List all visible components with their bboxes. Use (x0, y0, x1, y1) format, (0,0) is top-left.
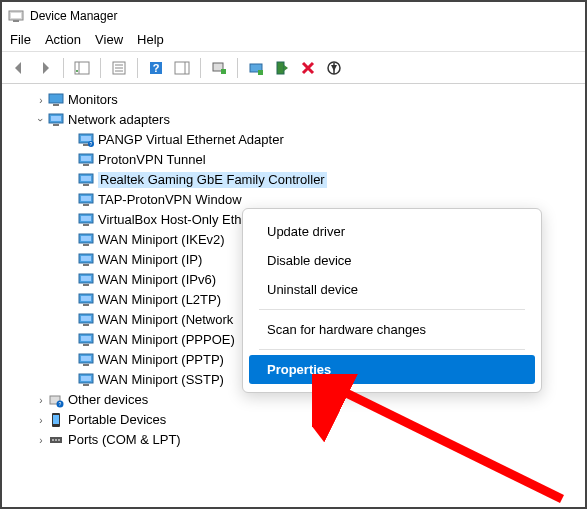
svg-rect-44 (81, 236, 91, 241)
disable-button[interactable] (323, 57, 345, 79)
svg-point-75 (58, 439, 60, 441)
menubar: File Action View Help (2, 30, 585, 52)
svg-text:?: ? (153, 62, 160, 74)
context-menu: Update driver Disable device Uninstall d… (242, 208, 542, 393)
tree-label: WAN Miniport (PPTP) (98, 352, 224, 369)
tree-item-pangp[interactable]: ? PANGP Virtual Ethernet Adapter (6, 130, 581, 150)
tree-node-portable-devices[interactable]: › Portable Devices (6, 410, 581, 430)
svg-rect-59 (81, 336, 91, 341)
scan-hardware-button[interactable] (208, 57, 230, 79)
monitor-icon (48, 92, 64, 108)
tree-label: Ports (COM & LPT) (68, 432, 181, 449)
svg-rect-3 (75, 62, 89, 74)
properties-button[interactable] (108, 57, 130, 79)
menu-action[interactable]: Action (45, 32, 81, 47)
svg-point-73 (52, 439, 54, 441)
tree-node-ports[interactable]: › Ports (COM & LPT) (6, 430, 581, 450)
svg-rect-33 (83, 164, 89, 166)
menu-view[interactable]: View (95, 32, 123, 47)
adapter-icon (78, 352, 94, 368)
app-icon (8, 8, 24, 24)
ctx-disable-device[interactable]: Disable device (249, 246, 535, 275)
ctx-scan-hardware[interactable]: Scan for hardware changes (249, 315, 535, 344)
svg-rect-24 (51, 116, 61, 121)
svg-rect-39 (83, 204, 89, 206)
adapter-icon (78, 272, 94, 288)
adapter-icon (78, 292, 94, 308)
svg-marker-20 (331, 65, 337, 71)
tree-label: WAN Miniport (PPPOE) (98, 332, 235, 349)
svg-rect-25 (53, 124, 59, 126)
tree-label: Network adapters (68, 112, 170, 129)
tree-label: Monitors (68, 92, 118, 109)
adapter-icon (78, 192, 94, 208)
svg-text:?: ? (90, 141, 93, 147)
tree-label: VirtualBox Host-Only Eth (98, 212, 242, 229)
show-hide-tree-button[interactable] (71, 57, 93, 79)
tree-item-realtek[interactable]: Realtek Gaming GbE Family Controller (6, 170, 581, 190)
svg-rect-36 (83, 184, 89, 186)
network-icon (48, 112, 64, 128)
menu-help[interactable]: Help (137, 32, 164, 47)
svg-rect-2 (13, 20, 19, 22)
ctx-update-driver[interactable]: Update driver (249, 217, 535, 246)
titlebar: Device Manager (2, 2, 585, 30)
ctx-properties[interactable]: Properties (249, 355, 535, 384)
svg-rect-65 (81, 376, 91, 381)
svg-rect-63 (83, 364, 89, 366)
ports-icon (48, 432, 64, 448)
svg-text:?: ? (59, 401, 62, 407)
ctx-uninstall-device[interactable]: Uninstall device (249, 275, 535, 304)
enable-device-button[interactable] (271, 57, 293, 79)
tree-label: TAP-ProtonVPN Window (98, 192, 242, 209)
svg-rect-1 (11, 13, 21, 18)
update-driver-button[interactable] (245, 57, 267, 79)
toolbar-separator (63, 58, 64, 78)
chevron-right-icon[interactable]: › (34, 433, 48, 447)
svg-rect-48 (83, 264, 89, 266)
svg-rect-22 (53, 104, 59, 106)
adapter-icon (78, 232, 94, 248)
svg-rect-56 (81, 316, 91, 321)
svg-rect-18 (277, 62, 284, 74)
tree-item-tap[interactable]: TAP-ProtonVPN Window (6, 190, 581, 210)
adapter-icon (78, 312, 94, 328)
uninstall-button[interactable] (297, 57, 319, 79)
adapter-icon (78, 172, 94, 188)
adapter-icon (78, 212, 94, 228)
tree-node-other-devices[interactable]: › ? Other devices (6, 390, 581, 410)
svg-rect-17 (258, 70, 263, 75)
svg-rect-41 (81, 216, 91, 221)
tree-label: WAN Miniport (Network (98, 312, 233, 329)
tree-label: WAN Miniport (L2TP) (98, 292, 221, 309)
svg-rect-66 (83, 384, 89, 386)
help-button[interactable]: ? (145, 57, 167, 79)
tree-node-network-adapters[interactable]: › Network adapters (6, 110, 581, 130)
toolbar: ? (2, 52, 585, 84)
adapter-icon (78, 372, 94, 388)
action-pane-button[interactable] (171, 57, 193, 79)
tree-item-protonvpn[interactable]: ProtonVPN Tunnel (6, 150, 581, 170)
ctx-separator (259, 349, 525, 350)
svg-rect-5 (76, 70, 78, 72)
chevron-down-icon[interactable]: › (34, 113, 48, 127)
back-button[interactable] (8, 57, 30, 79)
adapter-icon (78, 152, 94, 168)
svg-rect-32 (81, 156, 91, 161)
svg-rect-21 (49, 94, 63, 103)
tree-label: WAN Miniport (IKEv2) (98, 232, 225, 249)
tree-label: Portable Devices (68, 412, 166, 429)
chevron-right-icon[interactable]: › (34, 393, 48, 407)
svg-rect-54 (83, 304, 89, 306)
forward-button[interactable] (34, 57, 56, 79)
chevron-right-icon[interactable]: › (34, 413, 48, 427)
tree-node-monitors[interactable]: › Monitors (6, 90, 581, 110)
svg-rect-50 (81, 276, 91, 281)
tree-label: PANGP Virtual Ethernet Adapter (98, 132, 284, 149)
toolbar-separator (100, 58, 101, 78)
toolbar-separator (200, 58, 201, 78)
svg-point-74 (55, 439, 57, 441)
svg-rect-38 (81, 196, 91, 201)
menu-file[interactable]: File (10, 32, 31, 47)
chevron-right-icon[interactable]: › (34, 93, 48, 107)
